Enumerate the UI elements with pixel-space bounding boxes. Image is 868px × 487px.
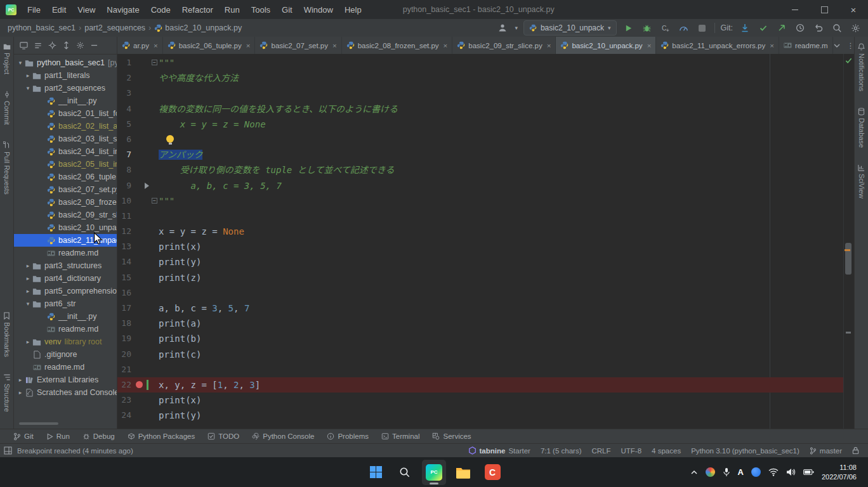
project-tree-item[interactable]: basic2_04_list_in_list.py — [14, 145, 117, 158]
code-line[interactable]: 11 — [117, 209, 844, 224]
tray-colorful-app-icon[interactable] — [706, 467, 715, 477]
code-line[interactable]: 4複数の変数に同一の値を投入するとき、以下のように書ける — [117, 101, 844, 117]
project-horizontal-scrollbar[interactable] — [19, 422, 58, 425]
run-button[interactable] — [622, 21, 635, 35]
project-tree-item[interactable]: ▾part2_sequences — [14, 82, 117, 94]
info-stripe-mark[interactable] — [846, 332, 851, 334]
editor-gutter-cell[interactable]: 2 — [117, 70, 157, 86]
rollback-button[interactable] — [812, 21, 825, 35]
close-button[interactable]: × — [839, 0, 868, 19]
tree-collapsed-arrow[interactable]: ▸ — [24, 288, 32, 294]
tab-close-icon[interactable]: × — [770, 42, 774, 49]
tool-window-button-services[interactable]: Services — [426, 429, 477, 444]
editor-gutter-cell[interactable]: 10− — [117, 193, 157, 209]
editor-gutter-cell[interactable]: 5 — [117, 117, 157, 132]
file-encoding-widget[interactable]: UTF-8 — [621, 447, 642, 455]
maximize-button[interactable] — [810, 0, 839, 19]
project-tree-item[interactable]: basic2_05_list_in_list_var.py — [14, 158, 117, 171]
tray-chevron-up-icon[interactable] — [690, 469, 698, 476]
tool-window-button-sciview[interactable]: SciView — [858, 164, 865, 198]
tab-close-icon[interactable]: × — [332, 42, 337, 49]
editor-gutter-cell[interactable]: 20 — [117, 347, 157, 362]
code-line[interactable]: 24print(y) — [117, 408, 844, 423]
editor-scrollbar[interactable] — [843, 54, 854, 429]
tool-window-button-terminal[interactable]: Terminal — [376, 429, 425, 444]
code-line[interactable]: 17a, b, c = 3, 5, 7 — [117, 301, 844, 316]
tree-collapsed-arrow[interactable]: ▸ — [16, 389, 24, 396]
git-branch-widget[interactable]: master — [810, 447, 842, 455]
tool-window-button-commit[interactable]: Commit — [3, 91, 11, 125]
tool-window-button-python-packages[interactable]: Python Packages — [122, 429, 201, 444]
tray-microphone-icon[interactable] — [723, 467, 730, 477]
breadcrumb-item[interactable]: python_basic_sec1 — [8, 23, 76, 32]
taskbar-red-c-app-icon[interactable]: C — [480, 460, 504, 485]
git-commit-button[interactable] — [757, 21, 770, 35]
project-tree-item[interactable]: __init__.py — [14, 310, 117, 323]
project-tree-item[interactable]: ▸part3_structures — [14, 259, 117, 272]
select-opened-file-icon[interactable] — [48, 41, 56, 49]
battery-icon[interactable] — [803, 469, 814, 476]
tool-window-button-python-console[interactable]: Python Console — [246, 429, 320, 444]
editor-gutter-cell[interactable]: 8 — [117, 162, 157, 178]
editor-gutter-cell[interactable]: 17 — [117, 301, 157, 316]
editor-gutter-cell[interactable]: 1− — [117, 55, 157, 70]
project-tree-item[interactable]: .gitignore — [14, 348, 117, 361]
volume-icon[interactable] — [786, 468, 796, 476]
editor-gutter-cell[interactable]: 24 — [117, 408, 157, 423]
editor-gutter-cell[interactable]: 16 — [117, 285, 157, 301]
breakpoint-icon[interactable] — [136, 381, 143, 388]
code-line[interactable]: 22x, y, z = [1, 2, 3] — [117, 377, 844, 393]
project-tree-item[interactable]: basic2_10_unpack.py — [14, 221, 117, 234]
editor-gutter-cell[interactable]: 21 — [117, 362, 157, 377]
editor-gutter-cell[interactable]: 11 — [117, 209, 157, 224]
stop-button[interactable] — [696, 21, 709, 35]
editor-tab[interactable]: readme.m — [779, 37, 833, 54]
editor-tab[interactable]: basic2_10_unpack.py× — [556, 37, 656, 54]
editor-gutter-cell[interactable]: 15 — [117, 270, 157, 285]
editor-tab[interactable]: basic2_07_set.py× — [255, 37, 341, 54]
menu-view[interactable]: View — [72, 0, 101, 19]
run-with-coverage-button[interactable]: C — [659, 21, 672, 35]
tab-close-icon[interactable]: × — [444, 42, 448, 49]
editor-tab[interactable]: basic2_09_str_slice.py× — [452, 37, 556, 54]
code-with-me-dropdown-arrow[interactable]: ▾ — [515, 25, 518, 31]
tool-window-button-todo[interactable]: TODO — [202, 429, 245, 444]
debug-button[interactable] — [641, 21, 654, 35]
tree-collapsed-arrow[interactable]: ▸ — [24, 263, 32, 269]
editor-gutter-cell[interactable]: 12 — [117, 224, 157, 239]
project-tree-item[interactable]: basic2_08_frozen_set.py — [14, 196, 117, 209]
code-line[interactable]: 19print(b) — [117, 331, 844, 346]
editor-tab[interactable]: basic2_11_unpack_errors.py× — [656, 37, 779, 54]
code-line[interactable]: 14print(y) — [117, 254, 844, 269]
editor-gutter-cell[interactable]: 19 — [117, 331, 157, 346]
tabnine-widget[interactable]: tabnine Starter — [468, 446, 530, 455]
project-tree-item[interactable]: basic2_06_tuple.py — [14, 171, 117, 183]
warning-stripe-mark[interactable] — [845, 249, 850, 251]
project-options-icon[interactable] — [34, 42, 42, 49]
tab-close-icon[interactable]: × — [547, 42, 551, 49]
tree-collapsed-arrow[interactable]: ▸ — [24, 275, 32, 282]
tree-expanded-arrow[interactable]: ▾ — [16, 60, 24, 66]
project-tree-item[interactable]: ▾python_basic_sec1[python_b — [14, 56, 117, 69]
indent-widget[interactable]: 4 spaces — [652, 447, 681, 455]
breadcrumb-item[interactable]: basic2_10_unpack.py — [154, 23, 242, 32]
project-tree-item[interactable]: basic2_11_unpack_errors.py — [14, 234, 117, 247]
tool-window-button-git[interactable]: Git — [8, 429, 39, 444]
editor-gutter-cell[interactable]: 14 — [117, 254, 157, 269]
menu-code[interactable]: Code — [145, 0, 176, 19]
project-tree-item[interactable]: basic2_02_list_append.py — [14, 120, 117, 133]
editor-gutter-cell[interactable]: 22 — [117, 377, 157, 393]
tree-expanded-arrow[interactable]: ▾ — [24, 85, 32, 91]
code-line[interactable]: 12x = y = z = None — [117, 224, 844, 239]
code-with-me-icon[interactable] — [496, 21, 509, 35]
editor-gutter-cell[interactable]: 23 — [117, 393, 157, 408]
menu-help[interactable]: Help — [339, 0, 367, 19]
editor-gutter-cell[interactable]: 3 — [117, 86, 157, 101]
code-line[interactable]: 7アンパック — [117, 147, 844, 162]
project-view-mode-icon[interactable] — [20, 42, 28, 49]
tool-window-button-bookmarks[interactable]: Bookmarks — [3, 312, 11, 357]
caret-position-widget[interactable]: 7:1 (5 chars) — [541, 447, 582, 455]
tray-blue-app-icon[interactable] — [751, 467, 761, 477]
tool-window-button-notifications[interactable]: Notifications — [858, 43, 865, 91]
code-line[interactable]: 23print(x) — [117, 393, 844, 408]
